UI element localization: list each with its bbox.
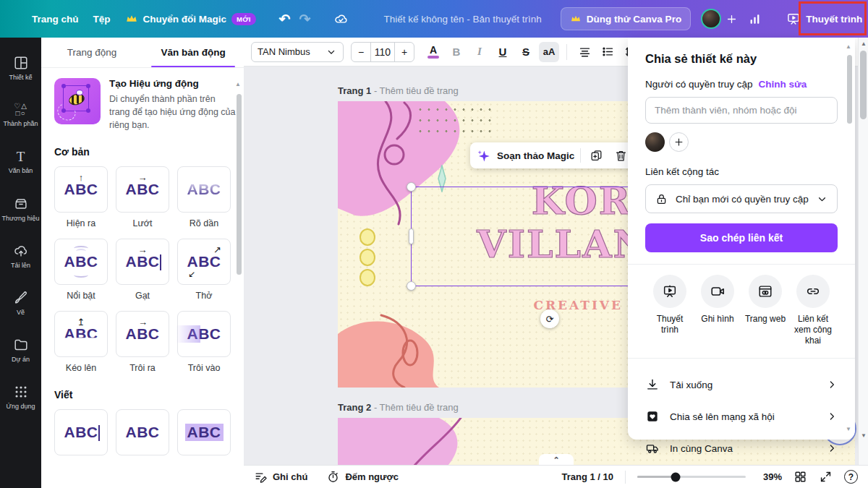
selection-handle[interactable] — [407, 281, 416, 291]
zoom-slider[interactable] — [637, 476, 746, 478]
member-avatar[interactable] — [645, 132, 665, 152]
notes-button[interactable]: Ghi chú — [254, 470, 307, 484]
strikethrough-button[interactable]: S — [516, 42, 536, 62]
promo-description: Di chuyển thành phần trên trang để tạo h… — [109, 93, 237, 132]
font-size-value[interactable]: 110 — [370, 43, 395, 61]
help-button[interactable]: ? — [844, 470, 858, 484]
yellow-bullet — [359, 269, 375, 286]
sidebar-item-text[interactable]: T Văn bản — [0, 139, 41, 186]
top-bar: Trang chủ Tệp Chuyển đổi Magic MỚI ↶ ↷ T… — [0, 0, 868, 38]
sync-status-button[interactable] — [326, 6, 356, 33]
window-scrollbar[interactable]: ▲ ▼ — [858, 38, 868, 465]
text-case-button[interactable]: aA — [539, 42, 559, 62]
list-button[interactable] — [597, 42, 618, 62]
zoom-value[interactable]: 39% — [757, 471, 782, 482]
action-present[interactable]: Thuyết trình — [647, 275, 693, 346]
italic-button[interactable]: I — [469, 42, 490, 62]
try-pro-button[interactable]: Dùng thử Canva Pro — [561, 7, 691, 30]
action-record[interactable]: Ghi hình — [694, 275, 741, 346]
print-row[interactable]: In cùng Canva — [645, 432, 838, 464]
fullscreen-icon — [819, 470, 833, 484]
insights-button[interactable] — [742, 7, 767, 32]
redo-button[interactable]: ↷ — [295, 8, 315, 30]
panel-scroll-down-arrow[interactable]: ▼ — [846, 426, 851, 432]
panel-scrollbar[interactable] — [237, 94, 242, 275]
font-size-decrease[interactable]: − — [352, 43, 370, 61]
chevron-right-icon — [826, 379, 838, 390]
grid-view-button[interactable] — [793, 470, 807, 484]
anim-option-drift-in[interactable]: ABC Trôi vào — [177, 311, 231, 373]
share-panel-scrollbar[interactable] — [847, 55, 852, 124]
selection-handle[interactable] — [409, 228, 414, 244]
sidebar-item-apps[interactable]: Ứng dụng — [0, 374, 41, 421]
anim-option-fade[interactable]: ABC Rõ dần — [177, 166, 231, 228]
anim-option-highlight[interactable]: ABC — [177, 409, 231, 455]
panel-scroll-up-arrow[interactable]: ▲ — [846, 43, 851, 50]
download-row[interactable]: Tải xuống — [645, 369, 838, 401]
file-menu-button[interactable]: Tệp — [86, 8, 118, 30]
anim-option-rise-in[interactable]: ↑ABC Hiện ra — [54, 166, 108, 228]
sidebar-item-uploads[interactable]: Tải lên — [0, 233, 41, 280]
copy-link-button[interactable]: Sao chép liên kết — [645, 223, 838, 252]
create-animation-promo[interactable]: Tạo Hiệu ứng động Di chuyển thành phần t… — [54, 78, 231, 132]
sidebar-item-design[interactable]: Thiết kế — [0, 45, 41, 92]
undo-button[interactable]: ↶ — [275, 8, 295, 30]
anim-option-typewriter[interactable]: ABC — [54, 409, 108, 455]
user-avatar[interactable] — [701, 9, 721, 29]
scrollbar-thumb[interactable] — [860, 51, 867, 119]
rotate-handle[interactable]: ⟳ — [540, 309, 559, 328]
countdown-button[interactable]: Đếm ngược — [326, 470, 399, 484]
anim-option-shift-up[interactable]: ↥ABC Kéo lên — [54, 311, 108, 373]
anim-option-drift-out[interactable]: →ABC Trôi ra — [116, 311, 169, 373]
quick-actions: Thuyết trình Ghi hình Trang web Liên kết… — [645, 275, 838, 346]
sidebar-item-brand[interactable]: Thương hiệu — [0, 186, 41, 233]
underline-button[interactable]: U — [493, 42, 513, 62]
action-website[interactable]: Trang web — [742, 275, 788, 346]
panel-scroll-up-arrow[interactable]: ▲ — [235, 81, 241, 87]
add-people-button[interactable] — [726, 10, 738, 27]
link-permission-dropdown[interactable]: Chỉ bạn mới có quyền truy cập — [645, 184, 838, 213]
present-button[interactable]: Thuyết trình — [779, 6, 868, 32]
collapse-panel-tab[interactable]: ⌃ — [539, 454, 574, 466]
alignment-button[interactable] — [574, 42, 595, 62]
grid-view-icon — [793, 470, 807, 484]
edit-access-link[interactable]: Chỉnh sửa — [758, 79, 807, 90]
duplicate-button[interactable] — [587, 146, 605, 165]
undo-icon: ↶ — [279, 11, 291, 27]
anim-option-wipe[interactable]: →ABC Gạt — [116, 239, 169, 301]
selection-handle[interactable] — [407, 182, 416, 192]
font-size-increase[interactable]: + — [395, 43, 414, 61]
trash-icon — [614, 149, 628, 163]
zoom-slider-knob[interactable] — [671, 472, 680, 481]
promo-title: Tạo Hiệu ứng động — [109, 78, 237, 89]
page-indicator[interactable]: Trang 1 / 10 — [561, 471, 613, 482]
anim-option-pop[interactable]: ABC Nổi bật — [54, 239, 108, 301]
action-public-link[interactable]: Liên kết xem công khai — [790, 275, 836, 346]
page2-header[interactable]: Trang 2 - Thêm tiêu đề trang — [338, 402, 459, 413]
anim-option-breathe[interactable]: ↗ABC↙ Thở — [177, 239, 231, 301]
scroll-down-arrow[interactable]: ▼ — [861, 432, 867, 439]
magic-switch-button[interactable]: Chuyển đổi Magic MỚI — [118, 7, 263, 31]
tab-text-animations[interactable]: Văn bản động — [142, 38, 244, 67]
font-selector[interactable]: TAN Nimbus — [251, 42, 344, 62]
timer-icon — [326, 470, 340, 484]
tab-page-animations[interactable]: Trang động — [41, 38, 142, 67]
bold-button[interactable]: B — [446, 42, 467, 62]
sidebar-item-elements[interactable]: ♡△□○ Thành phần — [0, 92, 41, 139]
page1-header[interactable]: Trang 1 - Thêm tiêu đề trang — [338, 85, 459, 96]
invite-input[interactable] — [645, 97, 838, 124]
share-panel: Chia sẻ thiết kế này Người có quyền truy… — [628, 38, 855, 440]
home-button[interactable]: Trang chủ — [25, 8, 86, 30]
sidebar-item-projects[interactable]: Dự án — [0, 327, 41, 374]
design-title[interactable]: Thiết kế không tên - Bản thuyết trình — [383, 14, 541, 25]
anim-option-pan[interactable]: →ABC Lướt — [116, 166, 169, 228]
text-color-button[interactable]: A — [423, 42, 443, 62]
anim-option-ascend[interactable]: ABC — [116, 409, 169, 455]
sidebar-item-draw[interactable]: Vẽ — [0, 280, 41, 327]
fullscreen-button[interactable] — [819, 470, 833, 484]
magic-write-button[interactable]: Soạn thảo Magic — [497, 150, 574, 161]
add-member-button[interactable] — [669, 132, 689, 152]
scroll-up-arrow[interactable]: ▲ — [861, 40, 867, 47]
brand-icon — [13, 196, 29, 212]
social-share-row[interactable]: Chia sẻ lên mạng xã hội — [645, 401, 838, 432]
